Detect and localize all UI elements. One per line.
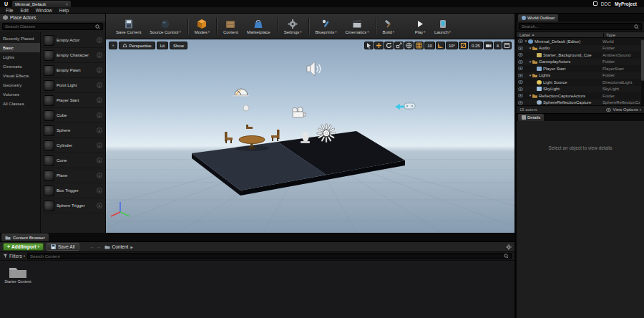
visibility-eye-icon[interactable] — [517, 101, 524, 105]
outliner-row[interactable]: Starter_Background_CueAmbientSound — [517, 52, 644, 59]
drag-handle-icon[interactable]: ≡ — [97, 143, 102, 148]
drag-handle-icon[interactable]: ≡ — [97, 82, 102, 88]
play-button[interactable]: Play▾ — [410, 15, 430, 37]
breadcrumb[interactable]: Content ▶ — [104, 244, 134, 249]
source-control-button[interactable]: Source Control▾ — [145, 15, 185, 37]
outliner-row[interactable]: ▼ Minimal_Default (Editor)World — [517, 38, 644, 45]
category-basic[interactable]: Basic — [0, 43, 40, 52]
scrollbar[interactable] — [641, 38, 644, 105]
cinematics-button[interactable]: Cinematics▾ — [341, 15, 374, 37]
build-button[interactable]: Build▾ — [379, 15, 399, 37]
save-current-button[interactable]: Save Current — [112, 15, 145, 37]
visibility-eye-icon[interactable] — [517, 60, 524, 64]
scale-snap-toggle-button[interactable] — [459, 42, 468, 49]
grid-snap-toggle-button[interactable] — [414, 42, 424, 49]
list-item[interactable]: Empty Pawn≡ — [42, 63, 104, 78]
search-classes-input[interactable] — [5, 24, 94, 29]
maximize-viewport-button[interactable] — [502, 42, 512, 49]
lit-mode-button[interactable]: Lit — [157, 42, 168, 49]
show-button[interactable]: Show — [170, 42, 187, 49]
menu-edit[interactable]: Edit — [16, 8, 31, 13]
rotation-snap-toggle-button[interactable] — [436, 42, 445, 49]
outliner-row[interactable]: ▼ AudioFolder — [517, 45, 644, 52]
view-options-button[interactable]: View Options ▾ — [606, 107, 641, 112]
modes-button[interactable]: Modes▾ — [190, 15, 214, 37]
content-search-input[interactable] — [30, 254, 502, 259]
tab-content-browser[interactable]: Content Browser — [1, 233, 49, 241]
translate-tool-button[interactable] — [374, 42, 384, 49]
marketplace-button[interactable]: Marketplace — [243, 15, 275, 37]
visibility-eye-icon[interactable] — [517, 67, 524, 70]
camera-speed-button[interactable] — [484, 42, 493, 49]
menu-help[interactable]: Help — [56, 8, 72, 13]
list-item[interactable]: Empty Character≡ — [42, 48, 104, 63]
grid-snap-value[interactable]: 10 — [424, 42, 435, 49]
list-item[interactable]: Point Light≡ — [42, 78, 104, 93]
rotate-tool-button[interactable] — [384, 42, 394, 49]
scrollbar-thumb[interactable] — [641, 39, 644, 81]
list-item[interactable]: Cylinder≡ — [42, 138, 104, 153]
drag-handle-icon[interactable]: ≡ — [97, 173, 102, 178]
drag-handle-icon[interactable]: ≡ — [97, 97, 102, 103]
viewport-scene[interactable] — [106, 39, 514, 233]
forward-arrow-icon[interactable]: → — [97, 244, 102, 249]
list-item[interactable]: Sphere≡ — [42, 123, 104, 138]
visibility-eye-icon[interactable] — [517, 53, 524, 57]
visibility-eye-icon[interactable] — [517, 87, 524, 91]
outliner-row[interactable]: ▼ ReflectionCaptureActorsFolder — [517, 92, 644, 100]
blueprints-button[interactable]: Blueprints▾ — [311, 15, 341, 37]
list-item[interactable]: Sphere Trigger≡ — [42, 198, 104, 213]
list-item[interactable]: Box Trigger≡ — [42, 183, 104, 198]
outliner-search-input[interactable] — [522, 24, 633, 29]
category-recently-placed[interactable]: Recently Placed — [0, 34, 40, 43]
visibility-eye-icon[interactable] — [517, 74, 524, 77]
perspective-button[interactable]: Perspective — [119, 42, 155, 49]
menu-file[interactable]: File — [2, 8, 16, 13]
scale-snap-value[interactable]: 0.25 — [469, 42, 483, 49]
list-item[interactable]: Cube≡ — [42, 108, 104, 123]
drag-handle-icon[interactable]: ≡ — [97, 158, 102, 163]
visibility-eye-icon[interactable] — [517, 47, 524, 50]
menu-window[interactable]: Window — [32, 8, 56, 13]
expander-icon[interactable]: ▼ — [528, 47, 532, 50]
asset-folder-starter-content[interactable]: Starter Content — [4, 264, 31, 284]
tab-world-outliner[interactable]: World Outliner — [518, 14, 558, 21]
column-label[interactable]: Label▲ — [517, 33, 603, 37]
outliner-row[interactable]: ▼ LightsFolder — [517, 72, 644, 80]
select-tool-button[interactable] — [364, 42, 374, 49]
filters-button[interactable]: Filters ▾ — [3, 254, 25, 259]
outliner-row[interactable]: SkyLightSkyLight — [517, 86, 644, 93]
close-icon[interactable]: × — [65, 2, 68, 6]
add-import-button[interactable]: + Add/Import ▾ — [3, 243, 44, 251]
settings-button[interactable]: Settings▾ — [280, 15, 306, 37]
save-all-button[interactable]: Save All — [47, 243, 79, 251]
drag-handle-icon[interactable]: ≡ — [97, 67, 102, 73]
category-all-classes[interactable]: All Classes — [0, 99, 40, 108]
list-item[interactable]: Player Start≡ — [42, 93, 104, 108]
gear-icon[interactable] — [506, 244, 512, 250]
drag-handle-icon[interactable]: ≡ — [97, 112, 102, 118]
drag-handle-icon[interactable]: ≡ — [97, 52, 102, 58]
drag-handle-icon[interactable]: ≡ — [97, 127, 102, 133]
scale-tool-button[interactable] — [394, 42, 404, 49]
expander-icon[interactable]: ▼ — [528, 60, 532, 64]
visibility-eye-icon[interactable] — [517, 80, 524, 84]
tab-details[interactable]: Details — [518, 114, 544, 121]
outliner-row[interactable]: SphereReflectionCaptureSphereReflectionC… — [517, 100, 644, 106]
visibility-eye-icon[interactable] — [517, 94, 524, 97]
category-cinematic[interactable]: Cinematic — [0, 62, 40, 71]
drag-handle-icon[interactable]: ≡ — [97, 188, 102, 193]
category-geometry[interactable]: Geometry — [0, 80, 40, 90]
outliner-row[interactable]: ▼ GameplayActorsFolder — [517, 59, 644, 66]
column-type[interactable]: Type — [603, 33, 644, 37]
content-button[interactable]: Content — [219, 15, 243, 37]
visibility-eye-icon[interactable] — [517, 39, 524, 43]
sphere-sprite[interactable] — [243, 105, 249, 111]
level-viewport[interactable]: ▾ Perspective Lit Show 10 10° 0.25 4 — [106, 39, 514, 233]
list-item[interactable]: Cone≡ — [42, 153, 104, 168]
outliner-row[interactable]: Player StartPlayerStart — [517, 65, 644, 72]
category-visual-effects[interactable]: Visual Effects — [0, 71, 40, 80]
rotation-snap-value[interactable]: 10° — [446, 42, 458, 49]
drag-handle-icon[interactable]: ≡ — [97, 37, 102, 43]
world-local-toggle-button[interactable] — [404, 42, 414, 49]
